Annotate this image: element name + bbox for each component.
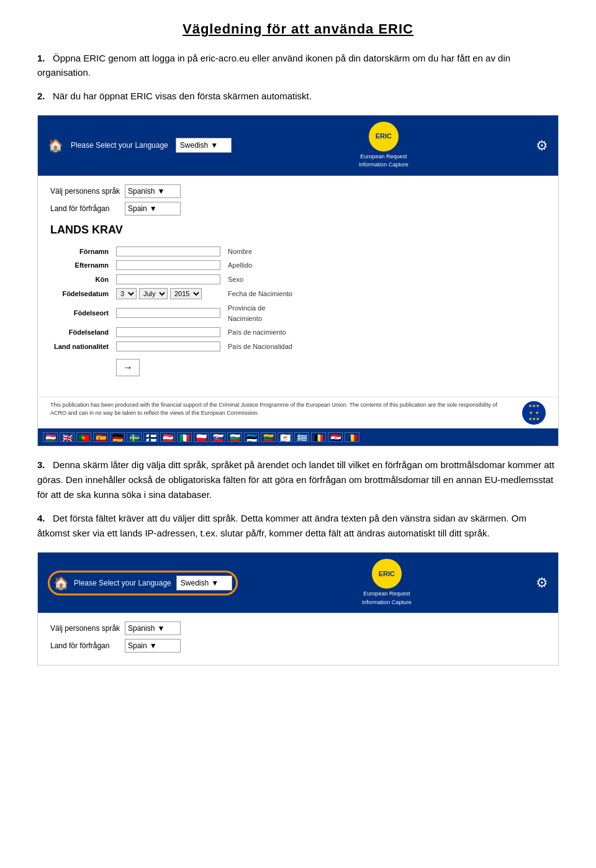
table-row: Födelseort Provincia deNacimiento <box>50 301 546 325</box>
gear-icon-2[interactable]: ⚙ <box>536 572 548 593</box>
flag-sk: 🇸🇰 <box>210 432 225 442</box>
table-row: Förnamn Nombre <box>50 245 546 259</box>
person-lang-arrow: ▼ <box>157 186 165 197</box>
land-nationalitet-input[interactable] <box>116 341 220 351</box>
eric-logo-text-2: ERIC <box>379 570 395 577</box>
flag-ro: 🇷🇴 <box>345 432 359 442</box>
table-row: Födelseland País de nacimiento <box>50 325 546 340</box>
flag-hu: 🇭🇺 <box>43 432 58 442</box>
date-day-select[interactable]: 3 <box>116 288 137 299</box>
flag-be: 🇧🇪 <box>311 432 326 442</box>
person-lang-arrow-2: ▼ <box>157 623 165 634</box>
efternamn-input[interactable] <box>116 260 220 270</box>
home-icon-2[interactable]: 🏠 <box>53 574 69 592</box>
eric-footer: This publication has been produced with … <box>38 397 558 428</box>
gear-icon[interactable]: ⚙ <box>536 135 548 156</box>
provincia-label: Provincia deNacimiento <box>224 301 515 325</box>
fodelseort-input[interactable] <box>116 308 220 318</box>
step3-number: 3. <box>37 459 45 470</box>
step1-text: Öppna ERIC genom att logga in på eric-ac… <box>37 53 510 78</box>
eric-logo-2: ERIC European Request Information Captur… <box>362 559 412 607</box>
eric-form-table: Förnamn Nombre Efternamn Apellido Kön Se… <box>50 245 546 382</box>
country-label-2: Land för förfrågan <box>50 640 125 651</box>
country-selector[interactable]: Spain ▼ <box>125 202 181 215</box>
step3-text: Denna skärm låter dig välja ditt språk, … <box>37 459 554 500</box>
flag-bg: 🇧🇬 <box>227 432 242 442</box>
lang-label-2: Please Select your Language <box>74 577 171 589</box>
lang-highlight-circle: 🏠 Please Select your Language Swedish ▼ <box>48 571 238 595</box>
flag-se: 🇸🇪 <box>127 432 142 442</box>
dropdown-arrow: ▼ <box>210 140 218 151</box>
fornamn-input[interactable] <box>116 246 220 256</box>
person-lang-label: Välj personens språk <box>50 186 125 197</box>
nombre-label: Nombre <box>224 245 515 259</box>
date-month-select[interactable]: July <box>139 288 168 299</box>
country-value-2: Spain <box>128 640 147 651</box>
flag-fi: 🇫🇮 <box>143 432 158 442</box>
country-selector-2[interactable]: Spain ▼ <box>125 639 181 653</box>
eric-stars-2: ERIC <box>372 559 402 589</box>
step1-section: 1. Öppna ERIC genom att logga in på eric… <box>37 52 559 79</box>
table-row: Födelsedatum 3 July 2015 Fecha de Nacimi… <box>50 286 546 301</box>
land-nationalitet-label: Land nationalitet <box>50 340 112 354</box>
flag-es: 🇪🇸 <box>93 432 108 442</box>
home-icon[interactable]: 🏠 <box>48 136 63 155</box>
table-row: Land nationalitet País de Nacionalidad <box>50 340 546 354</box>
date-row: 3 July 2015 <box>116 288 220 299</box>
step2-section: 2. När du har öppnat ERIC visas den förs… <box>37 89 559 104</box>
person-lang-value-2: Spanish <box>128 623 155 634</box>
kon-input[interactable] <box>116 274 220 284</box>
eric-main-content-2: Välj personens språk Spanish ▼ Land för … <box>38 613 558 665</box>
efternamn-label: Efternamn <box>50 258 112 273</box>
lang-value: Swedish <box>180 140 208 151</box>
flag-gr: 🇬🇷 <box>294 432 309 442</box>
flag-ee: 🇪🇪 <box>244 432 259 442</box>
apellido-label: Apellido <box>224 258 515 273</box>
next-arrow-button[interactable]: → <box>116 359 140 376</box>
person-lang-selector[interactable]: Spanish ▼ <box>125 184 181 198</box>
arrow-row: → <box>50 353 546 382</box>
language-selector-2[interactable]: Swedish ▼ <box>176 576 232 590</box>
flag-it: 🇮🇹 <box>177 432 192 442</box>
flag-pt: 🇵🇹 <box>76 432 91 442</box>
fodelsedatum-label: Födelsedatum <box>50 286 112 301</box>
country-arrow-2: ▼ <box>150 640 157 651</box>
eric-screenshot-1: 🏠 Please Select your Language Swedish ▼ … <box>37 115 559 447</box>
country-row-2: Land för förfrågan Spain ▼ <box>50 639 546 653</box>
eric-screenshot-2: 🏠 Please Select your Language Swedish ▼ … <box>37 552 559 666</box>
flag-hr: 🇭🇷 <box>328 432 343 442</box>
eric-top-bar-1: 🏠 Please Select your Language Swedish ▼ … <box>38 115 558 176</box>
lang-value-2: Swedish <box>181 577 209 589</box>
fodelseort-label: Födelseort <box>50 301 112 325</box>
table-row: Kön Sexo <box>50 273 546 287</box>
eric-nav-left-2: 🏠 Please Select your Language Swedish ▼ <box>48 571 238 595</box>
person-lang-row: Välj personens språk Spanish ▼ <box>50 184 546 198</box>
page-title: Vägledning för att använda ERIC <box>37 19 559 39</box>
eu-stars: ★★★★ ★★★★ <box>528 403 540 423</box>
country-label: Land för förfrågan <box>50 203 125 214</box>
date-year-select[interactable]: 2015 <box>170 288 202 299</box>
eric-nav-left: 🏠 Please Select your Language Swedish ▼ <box>48 136 232 155</box>
step1-number: 1. <box>37 53 45 63</box>
flag-at: 🇦🇹 <box>160 432 175 442</box>
fodelseland-label: Födelseland <box>50 325 112 340</box>
eric-footer-text: This publication has been produced with … <box>50 401 510 417</box>
table-row: Efternamn Apellido <box>50 258 546 273</box>
eric-logo: ERIC European Request Information Captur… <box>359 122 409 170</box>
lang-label: Please Select your Language <box>71 140 168 151</box>
sexo-label: Sexo <box>224 273 515 287</box>
fecha-label: Fecha de Nacimiento <box>224 286 515 301</box>
step3-block: 3. Denna skärm låter dig välja ditt språ… <box>37 458 559 502</box>
step4-text: Det första fältet kräver att du väljer d… <box>37 513 526 538</box>
country-arrow: ▼ <box>150 203 157 214</box>
language-selector[interactable]: Swedish ▼ <box>176 138 232 153</box>
dropdown-arrow-2: ▼ <box>211 577 219 589</box>
country-row: Land för förfrågan Spain ▼ <box>50 202 546 215</box>
step2-number: 2. <box>37 91 45 101</box>
person-lang-selector-2[interactable]: Spanish ▼ <box>125 622 181 635</box>
pais-nacionalidad-label: País de Nacionalidad <box>224 340 515 354</box>
eric-main-content: Välj personens språk Spanish ▼ Land för … <box>38 176 558 397</box>
flags-bar: 🇭🇺 🇬🇧 🇵🇹 🇪🇸 🇩🇪 🇸🇪 🇫🇮 🇦🇹 🇮🇹 🇵🇱 🇸🇰 🇧🇬 🇪🇪 🇱… <box>38 428 558 446</box>
eric-logo-text: ERIC <box>376 132 392 140</box>
fodelseland-input[interactable] <box>116 327 220 337</box>
